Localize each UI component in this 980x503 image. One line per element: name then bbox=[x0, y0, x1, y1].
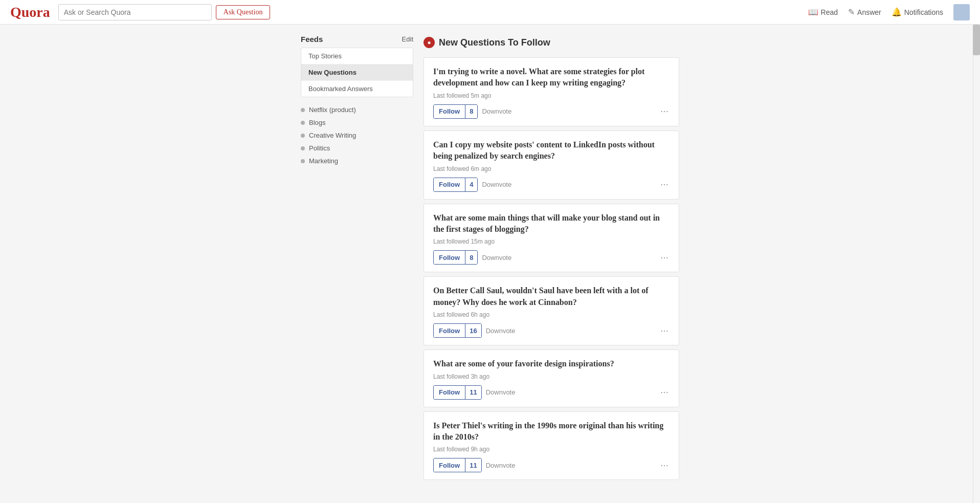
more-options-button[interactable]: ⋯ bbox=[660, 387, 670, 397]
sidebar-nav-item[interactable]: Bookmarked Answers bbox=[301, 81, 413, 97]
question-actions: Follow 8 Downvote ⋯ bbox=[433, 104, 670, 119]
topic-dot bbox=[301, 146, 305, 150]
answer-icon: ✎ bbox=[848, 7, 855, 17]
question-title[interactable]: What are some main things that will make… bbox=[433, 212, 670, 235]
answer-nav-item[interactable]: ✎ Answer bbox=[848, 7, 881, 17]
more-options-button[interactable]: ⋯ bbox=[660, 461, 670, 470]
quora-logo[interactable]: Quora bbox=[10, 4, 50, 20]
section-header: ● New Questions To Follow bbox=[424, 35, 679, 50]
downvote-button[interactable]: Downvote bbox=[482, 105, 511, 117]
section-icon-symbol: ● bbox=[427, 39, 431, 47]
question-meta: Last followed 6m ago bbox=[433, 165, 670, 172]
topic-dot bbox=[301, 108, 305, 112]
follow-label[interactable]: Follow bbox=[434, 458, 465, 472]
question-meta: Last followed 3h ago bbox=[433, 373, 670, 380]
question-actions: Follow 11 Downvote ⋯ bbox=[433, 458, 670, 472]
scrollbar-thumb[interactable] bbox=[973, 25, 980, 55]
follow-count: 11 bbox=[465, 458, 481, 472]
sidebar-topics: Netflix (product)BlogsCreative WritingPo… bbox=[301, 103, 413, 167]
follow-count: 11 bbox=[465, 386, 481, 399]
topic-label: Politics bbox=[309, 144, 330, 152]
avatar[interactable] bbox=[953, 4, 970, 20]
search-input[interactable] bbox=[58, 4, 212, 20]
question-card: I'm trying to write a novel. What are so… bbox=[424, 57, 679, 126]
sidebar-nav-item[interactable]: Top Stories bbox=[301, 48, 413, 64]
question-title[interactable]: Is Peter Thiel's writing in the 1990s mo… bbox=[433, 420, 670, 443]
scrollbar[interactable] bbox=[973, 25, 980, 494]
main-layout: Feeds Edit Top StoriesNew QuestionsBookm… bbox=[0, 25, 980, 494]
follow-count: 16 bbox=[465, 324, 481, 337]
follow-label[interactable]: Follow bbox=[434, 386, 465, 399]
question-card: What are some of your favorite design in… bbox=[424, 349, 679, 407]
follow-label[interactable]: Follow bbox=[434, 178, 465, 191]
sidebar-nav: Top StoriesNew QuestionsBookmarked Answe… bbox=[301, 48, 413, 97]
topic-label: Creative Writing bbox=[309, 132, 356, 139]
more-options-button[interactable]: ⋯ bbox=[660, 106, 670, 116]
question-title[interactable]: On Better Call Saul, wouldn't Saul have … bbox=[433, 285, 670, 308]
feeds-title: Feeds bbox=[301, 35, 323, 43]
question-meta: Last followed 15m ago bbox=[433, 238, 670, 245]
question-card: What are some main things that will make… bbox=[424, 204, 679, 273]
read-label: Read bbox=[821, 8, 838, 16]
edit-feeds-link[interactable]: Edit bbox=[402, 35, 413, 43]
follow-button[interactable]: Follow 4 bbox=[433, 178, 478, 192]
header: Quora Ask Question 📖 Read ✎ Answer 🔔 Not… bbox=[0, 0, 980, 25]
content-area: ● New Questions To Follow I'm trying to … bbox=[424, 35, 679, 484]
read-nav-item[interactable]: 📖 Read bbox=[808, 7, 838, 17]
sidebar-topic-item[interactable]: Blogs bbox=[301, 116, 413, 129]
follow-label[interactable]: Follow bbox=[434, 105, 465, 118]
sidebar-topic-item[interactable]: Creative Writing bbox=[301, 129, 413, 142]
follow-count: 8 bbox=[465, 251, 477, 264]
section-icon: ● bbox=[424, 37, 435, 48]
read-icon: 📖 bbox=[808, 7, 818, 17]
sidebar-header: Feeds Edit bbox=[301, 35, 413, 43]
question-list: I'm trying to write a novel. What are so… bbox=[424, 57, 679, 480]
follow-count: 8 bbox=[465, 105, 477, 118]
follow-button[interactable]: Follow 16 bbox=[433, 323, 482, 338]
nav-links: 📖 Read ✎ Answer 🔔 Notifications bbox=[808, 4, 970, 20]
topic-label: Marketing bbox=[309, 157, 338, 165]
notifications-label: Notifications bbox=[904, 8, 943, 16]
question-title[interactable]: I'm trying to write a novel. What are so… bbox=[433, 66, 670, 89]
topic-dot bbox=[301, 159, 305, 163]
question-actions: Follow 11 Downvote ⋯ bbox=[433, 385, 670, 400]
downvote-button[interactable]: Downvote bbox=[486, 386, 516, 398]
answer-label: Answer bbox=[857, 8, 881, 16]
follow-button[interactable]: Follow 11 bbox=[433, 385, 482, 400]
more-options-button[interactable]: ⋯ bbox=[660, 253, 670, 263]
question-meta: Last followed 9h ago bbox=[433, 446, 670, 453]
notifications-icon: 🔔 bbox=[892, 7, 902, 17]
question-card: On Better Call Saul, wouldn't Saul have … bbox=[424, 276, 679, 345]
downvote-button[interactable]: Downvote bbox=[482, 252, 511, 264]
notifications-nav-item[interactable]: 🔔 Notifications bbox=[892, 7, 943, 17]
follow-label[interactable]: Follow bbox=[434, 324, 465, 337]
sidebar: Feeds Edit Top StoriesNew QuestionsBookm… bbox=[301, 35, 413, 484]
downvote-button[interactable]: Downvote bbox=[482, 179, 511, 190]
follow-count: 4 bbox=[465, 178, 477, 191]
downvote-button[interactable]: Downvote bbox=[486, 460, 516, 471]
topic-label: Blogs bbox=[309, 119, 326, 126]
topic-dot bbox=[301, 121, 305, 125]
question-title[interactable]: What are some of your favorite design in… bbox=[433, 358, 670, 369]
follow-button[interactable]: Follow 8 bbox=[433, 104, 478, 119]
more-options-button[interactable]: ⋯ bbox=[660, 326, 670, 336]
question-actions: Follow 4 Downvote ⋯ bbox=[433, 178, 670, 192]
question-meta: Last followed 6h ago bbox=[433, 311, 670, 318]
sidebar-topic-item[interactable]: Politics bbox=[301, 142, 413, 155]
follow-label[interactable]: Follow bbox=[434, 251, 465, 264]
question-actions: Follow 8 Downvote ⋯ bbox=[433, 250, 670, 265]
follow-button[interactable]: Follow 11 bbox=[433, 458, 482, 472]
ask-question-button[interactable]: Ask Question bbox=[216, 5, 271, 19]
question-card: Can I copy my website posts' content to … bbox=[424, 130, 679, 200]
sidebar-nav-item[interactable]: New Questions bbox=[301, 64, 413, 81]
more-options-button[interactable]: ⋯ bbox=[660, 180, 670, 189]
topic-label: Netflix (product) bbox=[309, 106, 356, 114]
question-card: Is Peter Thiel's writing in the 1990s mo… bbox=[424, 411, 679, 480]
question-title[interactable]: Can I copy my website posts' content to … bbox=[433, 139, 670, 162]
sidebar-topic-item[interactable]: Netflix (product) bbox=[301, 103, 413, 116]
topic-dot bbox=[301, 134, 305, 138]
downvote-button[interactable]: Downvote bbox=[486, 325, 516, 337]
follow-button[interactable]: Follow 8 bbox=[433, 250, 478, 265]
section-title: New Questions To Follow bbox=[439, 37, 550, 48]
sidebar-topic-item[interactable]: Marketing bbox=[301, 155, 413, 167]
